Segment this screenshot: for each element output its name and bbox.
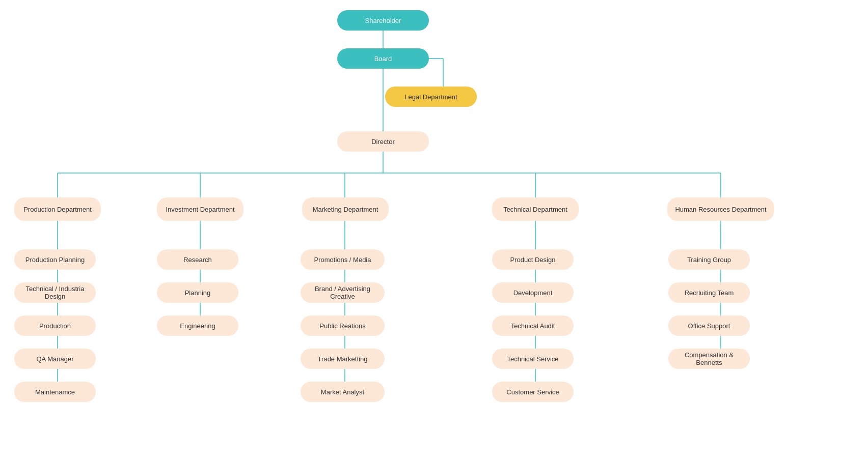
node-tech_dept: Technical Department: [492, 197, 579, 221]
node-inv_dept: Investment Department: [157, 197, 243, 221]
node-public_rel: Public Reations: [301, 315, 385, 336]
node-prod_dept: Production Department: [14, 197, 101, 221]
node-prod_planning: Production Planning: [14, 249, 96, 270]
node-office_sup: Office Support: [668, 315, 750, 336]
node-production: Production: [14, 315, 96, 336]
node-legal: Legal Department: [385, 87, 477, 107]
node-brand_adv: Brand / Advertising Creative: [301, 282, 385, 303]
node-director: Director: [337, 131, 429, 152]
node-research: Research: [157, 249, 238, 270]
node-tech_ind: Technical / Industria Design: [14, 282, 96, 303]
node-promo_media: Promotions / Media: [301, 249, 385, 270]
node-mkt_dept: Marketing Department: [302, 197, 389, 221]
node-market_analyst: Market Analyst: [301, 382, 385, 402]
node-engineering: Engineering: [157, 315, 238, 336]
node-prod_design: Product Design: [492, 249, 574, 270]
node-customer_svc: Customer Service: [492, 382, 574, 402]
node-planning: Planning: [157, 282, 238, 303]
node-tech_audit: Technical Audit: [492, 315, 574, 336]
node-shareholder: Shareholder: [337, 10, 429, 31]
org-chart: ShareholderBoardLegal DepartmentDirector…: [0, 0, 868, 459]
node-recruiting: Recrluiting Team: [668, 282, 750, 303]
node-trade_mkt: Trade Marketting: [301, 349, 385, 369]
connector-lines: [0, 0, 868, 459]
node-training: Training Group: [668, 249, 750, 270]
node-tech_service: Technical Service: [492, 349, 574, 369]
node-compensation: Compensation & Bennetts: [668, 349, 750, 369]
node-board: Board: [337, 48, 429, 69]
node-hr_dept: Human Resources Department: [667, 197, 774, 221]
node-maintenance: Maintenamce: [14, 382, 96, 402]
node-qa_manager: QA Manager: [14, 349, 96, 369]
node-development: Development: [492, 282, 574, 303]
